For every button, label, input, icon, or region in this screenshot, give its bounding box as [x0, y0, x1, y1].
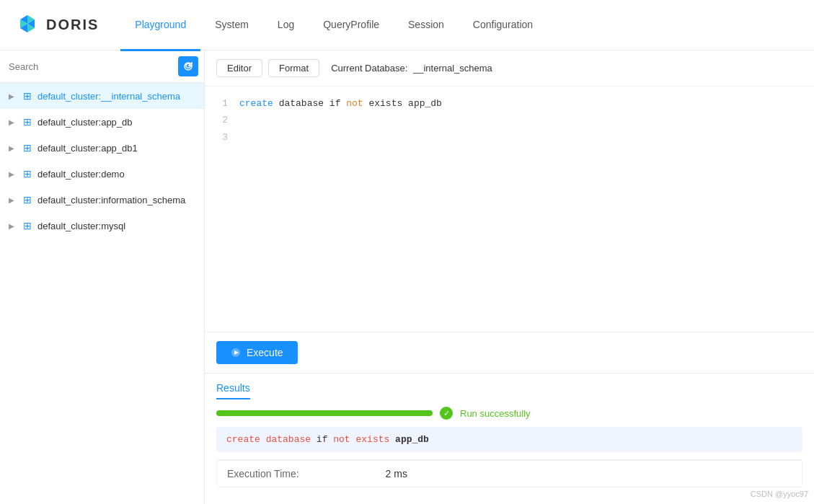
- search-input[interactable]: [6, 58, 174, 75]
- exec-time-panel: Execution Time: 2 ms: [216, 459, 802, 487]
- nav-configuration[interactable]: Configuration: [459, 1, 547, 51]
- editor-body[interactable]: 1 create database if not exists app_db 2…: [205, 87, 814, 332]
- db-name: default_cluster:app_db1: [37, 143, 138, 154]
- sidebar: ▶ ⊞ default_cluster:__internal_schema ▶ …: [0, 50, 205, 504]
- line-number: 1: [216, 95, 228, 112]
- refresh-icon: [183, 61, 193, 71]
- logo: DORIS: [14, 12, 99, 38]
- content-area: Editor Format Current Database: __intern…: [205, 50, 814, 504]
- db-icon: ⊞: [23, 168, 32, 180]
- execute-label: Execute: [247, 347, 283, 358]
- results-tab[interactable]: Results: [216, 382, 250, 399]
- current-db-info: Current Database: __internal_schema: [331, 63, 492, 74]
- db-item-demo[interactable]: ▶ ⊞ default_cluster:demo: [0, 161, 204, 187]
- db-item-app-db[interactable]: ▶ ⊞ default_cluster:app_db: [0, 109, 204, 135]
- db-name: default_cluster:information_schema: [37, 195, 185, 205]
- db-icon: ⊞: [23, 194, 32, 205]
- line-number: 3: [216, 129, 228, 146]
- db-item-information-schema[interactable]: ▶ ⊞ default_cluster:information_schema: [0, 187, 204, 213]
- play-icon: [231, 348, 241, 358]
- code-line-1: 1 create database if not exists app_db: [216, 95, 802, 112]
- db-icon: ⊞: [23, 142, 32, 154]
- nav-log[interactable]: Log: [263, 1, 309, 51]
- tab-editor[interactable]: Editor: [216, 59, 262, 77]
- doris-logo-icon: [14, 12, 40, 38]
- db-icon: ⊞: [23, 116, 32, 128]
- exec-time-value: 2 ms: [386, 468, 407, 479]
- arrow-icon: ▶: [9, 170, 17, 178]
- arrow-icon: ▶: [9, 196, 17, 204]
- line-number: 2: [216, 112, 228, 128]
- watermark: CSDN @yyoc97: [751, 490, 808, 498]
- main-nav: Playground System Log QueryProfile Sessi…: [120, 0, 547, 50]
- nav-playground[interactable]: Playground: [120, 1, 200, 51]
- exec-time-label: Execution Time:: [227, 468, 299, 479]
- arrow-icon: ▶: [9, 118, 17, 126]
- tab-format[interactable]: Format: [268, 59, 319, 77]
- db-name: default_cluster:__internal_schema: [37, 91, 180, 102]
- nav-queryprofile[interactable]: QueryProfile: [309, 1, 394, 51]
- db-item-internal-schema[interactable]: ▶ ⊞ default_cluster:__internal_schema: [0, 83, 204, 109]
- arrow-icon: ▶: [9, 92, 17, 100]
- exec-time-row: Execution Time: 2 ms: [217, 460, 802, 487]
- db-name: default_cluster:app_db: [37, 117, 133, 128]
- main-layout: ▶ ⊞ default_cluster:__internal_schema ▶ …: [0, 50, 814, 504]
- db-icon: ⊞: [23, 220, 32, 231]
- database-list: ▶ ⊞ default_cluster:__internal_schema ▶ …: [0, 83, 204, 504]
- results-area: Results ✓ Run successfully create databa…: [205, 373, 814, 496]
- arrow-icon: ▶: [9, 222, 17, 230]
- query-result: create database if not exists app_db: [216, 427, 802, 452]
- db-name: default_cluster:mysql: [37, 221, 125, 231]
- refresh-button[interactable]: [178, 56, 198, 76]
- code-line-3: 3: [216, 129, 802, 146]
- arrow-icon: ▶: [9, 144, 17, 152]
- success-bar-row: ✓ Run successfully: [216, 407, 802, 420]
- execute-area: Execute: [205, 332, 814, 373]
- success-text: Run successfully: [460, 408, 531, 419]
- check-icon: ✓: [440, 407, 453, 420]
- editor-header: Editor Format Current Database: __intern…: [205, 50, 814, 87]
- code-line-2: 2: [216, 112, 802, 128]
- db-name: default_cluster:demo: [37, 169, 125, 180]
- db-item-mysql[interactable]: ▶ ⊞ default_cluster:mysql: [0, 213, 204, 239]
- execute-button[interactable]: Execute: [216, 341, 298, 364]
- logo-text: DORIS: [46, 17, 99, 33]
- current-db-value: __internal_schema: [413, 63, 492, 74]
- db-icon: ⊞: [23, 90, 32, 102]
- progress-bar: [216, 410, 433, 416]
- db-item-app-db1[interactable]: ▶ ⊞ default_cluster:app_db1: [0, 135, 204, 161]
- header: DORIS Playground System Log QueryProfile…: [0, 0, 814, 50]
- results-tabs: Results: [216, 382, 802, 399]
- nav-session[interactable]: Session: [394, 1, 459, 51]
- search-bar: [0, 50, 204, 83]
- current-db-label: Current Database:: [331, 63, 407, 74]
- nav-system[interactable]: System: [200, 1, 263, 51]
- line-code: create database if not exists app_db: [239, 95, 442, 112]
